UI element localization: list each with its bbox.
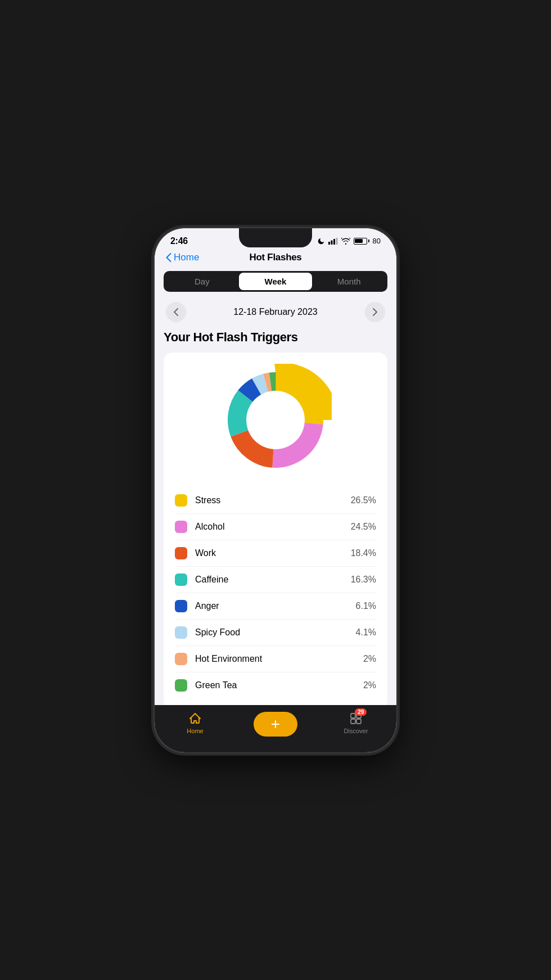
home-icon (188, 712, 202, 725)
donut-chart (219, 364, 332, 476)
back-label: Home (174, 252, 199, 263)
donut-hole (246, 391, 305, 449)
svg-rect-3 (336, 238, 337, 245)
chevron-right-icon (373, 308, 377, 316)
legend-item: Spicy Food 4.1% (175, 620, 376, 646)
nav-bar: Home Hot Flashes (155, 249, 396, 268)
legend-item: Stress 26.5% (175, 487, 376, 514)
segment-control: Day Week Month (164, 271, 387, 292)
legend-label: Stress (195, 495, 351, 505)
legend-color-swatch (175, 626, 187, 639)
prev-date-button[interactable] (166, 302, 186, 322)
page-title: Hot Flashes (249, 252, 301, 263)
legend-color-swatch (175, 521, 187, 533)
legend-label: Green Tea (195, 680, 363, 690)
segment-day[interactable]: Day (165, 273, 239, 290)
legend-item: Hot Environment 2% (175, 646, 376, 672)
segment-month[interactable]: Month (312, 273, 386, 290)
legend-value: 6.1% (356, 601, 376, 611)
legend-value: 4.1% (356, 627, 376, 638)
legend-item: Green Tea 2% (175, 672, 376, 698)
tab-discover-label: Discover (344, 728, 368, 734)
tab-home-label: Home (187, 728, 203, 734)
legend-color-swatch (175, 600, 187, 612)
donut-chart-container (175, 364, 376, 476)
tab-bar: Home + 29 Discover (155, 705, 396, 752)
main-content: Your Hot Flash Triggers (155, 328, 396, 705)
battery-icon (354, 238, 369, 245)
legend-value: 2% (363, 680, 376, 690)
status-bar: 2:46 (155, 228, 396, 249)
legend-color-swatch (175, 494, 187, 507)
svg-rect-0 (328, 242, 330, 245)
legend-item: Anger 6.1% (175, 593, 376, 620)
legend-item: Work 18.4% (175, 540, 376, 567)
moon-icon (317, 237, 325, 245)
svg-rect-2 (333, 239, 335, 245)
add-icon: + (271, 715, 280, 733)
status-icons: 80 (317, 237, 381, 245)
legend-value: 26.5% (351, 495, 376, 505)
svg-rect-4 (351, 713, 355, 718)
date-navigator: 12-18 February 2023 (155, 299, 396, 328)
legend-label: Spicy Food (195, 627, 356, 638)
legend-value: 18.4% (351, 548, 376, 558)
back-button[interactable]: Home (166, 252, 199, 263)
discover-wrapper: 29 Discover (344, 712, 368, 734)
legend-item: Alcohol 24.5% (175, 514, 376, 540)
legend-label: Hot Environment (195, 654, 363, 664)
legend-label: Anger (195, 601, 356, 611)
add-button[interactable]: + (254, 712, 297, 737)
legend-color-swatch (175, 547, 187, 559)
legend: Stress 26.5% Alcohol 24.5% Work 18.4% Ca… (175, 487, 376, 698)
wifi-icon (341, 238, 350, 245)
phone-frame: 2:46 (155, 228, 396, 752)
segment-week[interactable]: Week (239, 273, 313, 290)
legend-label: Work (195, 548, 351, 558)
legend-value: 24.5% (351, 522, 376, 532)
legend-label: Caffeine (195, 575, 351, 585)
legend-color-swatch (175, 573, 187, 586)
next-date-button[interactable] (365, 302, 385, 322)
svg-rect-6 (351, 719, 355, 724)
discover-badge: 29 (355, 708, 367, 716)
svg-rect-1 (331, 240, 332, 245)
signal-icon (328, 238, 338, 245)
legend-color-swatch (175, 679, 187, 692)
legend-item: Caffeine 16.3% (175, 567, 376, 593)
back-chevron-icon (166, 253, 171, 262)
tab-home[interactable]: Home (173, 712, 218, 734)
legend-label: Alcohol (195, 522, 351, 532)
chart-card: Stress 26.5% Alcohol 24.5% Work 18.4% Ca… (164, 353, 387, 705)
date-range: 12-18 February 2023 (233, 307, 317, 317)
battery-level: 80 (373, 237, 381, 245)
notch (239, 228, 312, 247)
legend-value: 16.3% (351, 575, 376, 585)
section-title: Your Hot Flash Triggers (164, 330, 387, 345)
tab-discover[interactable]: 29 Discover (333, 712, 378, 734)
chevron-left-icon (174, 308, 178, 316)
screen: 2:46 (155, 228, 396, 752)
legend-color-swatch (175, 653, 187, 665)
svg-rect-7 (356, 719, 361, 724)
legend-value: 2% (363, 654, 376, 664)
status-time: 2:46 (170, 236, 188, 246)
